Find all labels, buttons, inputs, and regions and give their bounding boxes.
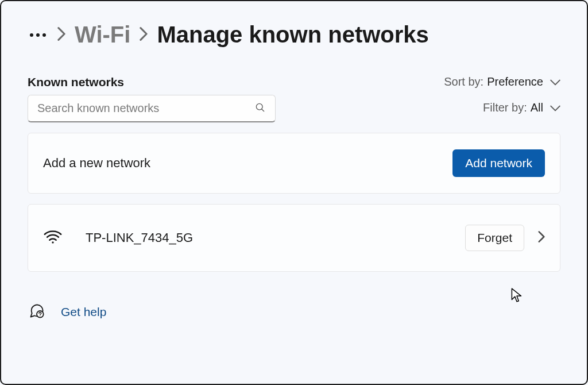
chevron-right-icon — [140, 27, 148, 43]
svg-point-4 — [40, 315, 40, 316]
svg-point-2 — [52, 241, 53, 243]
filter-by-dropdown[interactable]: Filter by: All — [483, 101, 560, 114]
network-item[interactable]: TP-LINK_7434_5G Forget — [28, 204, 560, 272]
filter-by-value: All — [531, 101, 543, 114]
get-help-row[interactable]: Get help — [29, 303, 560, 321]
filter-by-label: Filter by: — [483, 101, 527, 114]
search-input[interactable] — [37, 102, 254, 115]
sort-by-value: Preference — [487, 75, 543, 88]
breadcrumb: Wi-Fi Manage known networks — [28, 22, 560, 48]
search-icon — [254, 102, 266, 116]
sort-by-dropdown[interactable]: Sort by: Preference — [444, 75, 560, 88]
add-network-button[interactable]: Add network — [452, 149, 545, 177]
add-network-card: Add a new network Add network — [28, 133, 560, 194]
chevron-right-icon — [57, 27, 65, 43]
chevron-down-icon — [550, 75, 560, 88]
breadcrumb-parent[interactable]: Wi-Fi — [75, 22, 130, 48]
chevron-down-icon — [550, 101, 560, 114]
help-icon — [29, 303, 45, 321]
get-help-link[interactable]: Get help — [61, 305, 106, 319]
wifi-icon — [43, 229, 63, 247]
sort-by-label: Sort by: — [444, 75, 483, 88]
forget-button[interactable]: Forget — [465, 225, 524, 251]
svg-line-1 — [262, 109, 264, 111]
breadcrumb-more-icon[interactable] — [30, 33, 46, 37]
chevron-right-icon[interactable] — [538, 231, 545, 245]
section-title: Known networks — [28, 75, 276, 89]
search-input-container[interactable] — [28, 95, 276, 122]
mouse-cursor-icon — [510, 287, 523, 303]
network-name: TP-LINK_7434_5G — [86, 230, 193, 245]
add-network-label: Add a new network — [43, 156, 150, 171]
breadcrumb-current: Manage known networks — [157, 22, 428, 48]
